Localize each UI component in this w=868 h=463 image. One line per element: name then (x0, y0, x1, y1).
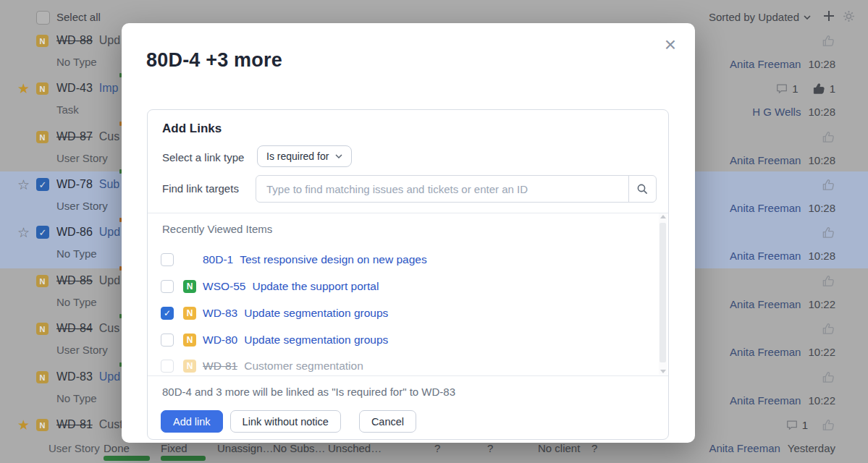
new-badge: N (36, 131, 49, 143)
item-checkbox[interactable] (161, 334, 174, 347)
item-title-link[interactable]: Test responsive design on new pages (240, 253, 427, 266)
link-type-label: Select a link type (162, 151, 244, 163)
add-link-button[interactable]: Add link (161, 410, 223, 433)
issue-type: User Story (49, 442, 100, 454)
item-id-link[interactable]: WSO-55 (203, 280, 245, 293)
assignee-link[interactable]: Anita Freeman (730, 298, 801, 310)
updated-time: 10:28 (808, 250, 835, 262)
item-checkbox-checked[interactable]: ✓ (161, 307, 174, 320)
scroll-down-arrow[interactable] (660, 370, 666, 373)
issue-id: WD-83 (56, 370, 93, 383)
item-id-link[interactable]: WD-81 (203, 360, 237, 373)
search-input[interactable] (256, 176, 628, 202)
star-outline-icon[interactable]: ☆ (17, 177, 30, 193)
row-checkbox-checked[interactable]: ✓ (36, 226, 49, 239)
assignee-link[interactable]: Anita Freeman (730, 202, 801, 214)
updated-time: Yesterday (788, 442, 835, 454)
new-badge: N (36, 323, 49, 335)
new-badge: N (183, 360, 196, 373)
chevron-down-icon (335, 154, 342, 158)
thumbs-up-icon[interactable] (822, 370, 835, 384)
star-outline-icon[interactable]: ☆ (17, 225, 30, 241)
assignee-link[interactable]: Anita Freeman (709, 442, 780, 454)
link-target-item-disabled: N WD-81 Customer segmentation (161, 358, 363, 374)
issue-id: WD-43 (56, 82, 93, 95)
row-checkbox-checked[interactable]: ✓ (36, 178, 49, 191)
item-title-link[interactable]: Update segmentation groups (244, 307, 388, 320)
assignee-link[interactable]: Anita Freeman (730, 154, 801, 166)
thumbs-up-icon[interactable] (822, 322, 835, 336)
link-target-item: N WSO-55 Update the support portal (161, 279, 379, 294)
item-id-link[interactable]: WD-83 (203, 307, 237, 320)
issue-type: No Type (56, 392, 97, 404)
search-icon (636, 183, 649, 195)
scrollbar-thumb[interactable] (660, 223, 666, 362)
cancel-button[interactable]: Cancel (359, 410, 416, 433)
status-field: Done (104, 442, 130, 454)
assignee-link[interactable]: Anita Freeman (730, 346, 801, 358)
gear-icon[interactable] (842, 9, 856, 23)
link-target-item: ✓ N WD-83 Update segmentation groups (161, 305, 388, 321)
updated-time: 10:28 (808, 202, 835, 214)
select-all-checkbox[interactable] (36, 11, 50, 25)
item-checkbox[interactable] (161, 253, 174, 266)
issue-title: Upd (99, 274, 120, 287)
issue-title[interactable]: Upd (99, 370, 120, 383)
divider (148, 213, 668, 213)
comment-icon[interactable] (785, 419, 799, 432)
item-title-link[interactable]: Update the support portal (252, 280, 379, 293)
thumbs-up-icon[interactable] (822, 34, 835, 48)
star-icon[interactable]: ★ (17, 417, 30, 433)
add-links-panel: Add Links Select a link type Is required… (147, 109, 669, 440)
item-title-link[interactable]: Customer segmentation (244, 360, 363, 373)
link-without-notice-button[interactable]: Link without notice (230, 410, 341, 433)
link-type-select[interactable]: Is required for (257, 145, 352, 167)
link-type-value: Is required for (266, 150, 329, 162)
item-id-link[interactable]: WD-80 (203, 334, 237, 347)
close-icon[interactable]: × (662, 32, 679, 58)
thumbs-up-icon[interactable] (822, 274, 835, 288)
list-scrollbar[interactable] (659, 213, 667, 375)
updated-time: 10:22 (808, 298, 835, 310)
chevron-down-icon (804, 15, 811, 20)
item-checkbox[interactable] (161, 360, 174, 373)
scroll-up-arrow[interactable] (660, 215, 666, 218)
issue-id: WD-78 (56, 178, 93, 191)
assignee-link[interactable]: Anita Freeman (730, 58, 801, 70)
item-checkbox[interactable] (161, 280, 174, 293)
sort-label: Sorted by Updated (709, 11, 799, 23)
item-id-link[interactable]: 80D-1 (203, 253, 233, 266)
updated-time: 10:22 (808, 346, 835, 358)
new-badge: N (183, 334, 196, 347)
thumbs-up-icon[interactable] (822, 178, 835, 192)
unknown-field: ? (591, 442, 597, 454)
star-icon[interactable]: ★ (17, 81, 30, 97)
thumbs-up-icon[interactable] (822, 226, 835, 239)
updated-time: 10:28 (808, 106, 835, 118)
thumbs-up-icon[interactable] (822, 418, 835, 432)
select-all-label: Select all (56, 11, 101, 23)
issue-title[interactable]: Sub (99, 178, 119, 191)
subscription-field: No Subs… (273, 442, 326, 454)
assignee-link[interactable]: Anita Freeman (730, 250, 801, 262)
thumbs-up-icon[interactable] (822, 130, 835, 144)
add-issue-icon[interactable] (822, 9, 836, 23)
issue-id: WD-85 (56, 274, 93, 287)
comment-count: 1 (802, 419, 808, 431)
new-badge: N (36, 35, 49, 47)
item-title-link[interactable]: Update segmentation groups (244, 334, 388, 347)
resolution-field: Fixed (161, 442, 187, 454)
dialog-actions: Add link Link without notice Cancel (161, 410, 416, 433)
sort-menu[interactable]: Sorted by Updated (709, 11, 811, 23)
comment-icon[interactable] (775, 82, 788, 95)
search-button[interactable] (628, 176, 656, 202)
issue-title[interactable]: Upd (99, 226, 120, 239)
issue-title[interactable]: Imp (99, 82, 119, 95)
issue-tracker-screen: Select all Sorted by Updated N WD-88Upd … (0, 0, 868, 463)
assignee-link[interactable]: Anita Freeman (730, 394, 801, 407)
assignee-link[interactable]: H G Wells (752, 106, 801, 118)
issue-id: WD-86 (56, 226, 93, 239)
dialog-title: 80D-4 +3 more (146, 49, 282, 72)
new-badge: N (183, 307, 196, 320)
thumbs-up-filled-icon[interactable] (812, 82, 826, 95)
